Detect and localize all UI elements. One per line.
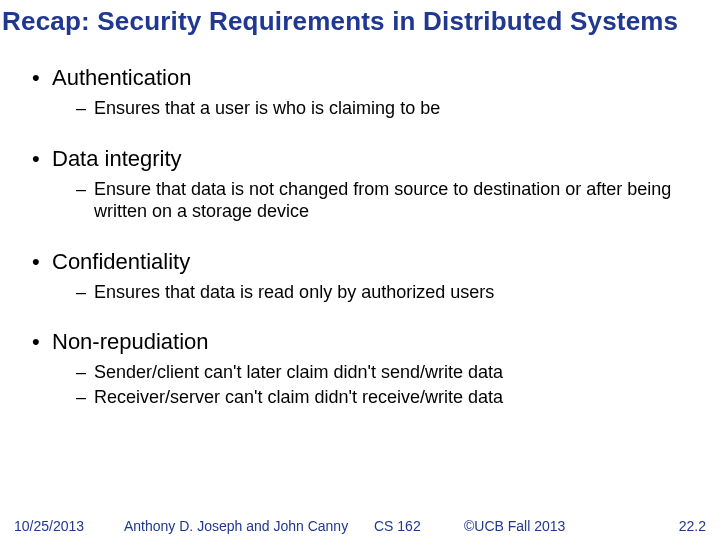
- bullet-non-repudiation: • Non-repudiation: [32, 329, 700, 355]
- list-item: • Data integrity – Ensure that data is n…: [32, 146, 700, 223]
- sub-list: – Ensure that data is not changed from s…: [76, 178, 700, 223]
- footer-authors: Anthony D. Joseph and John Canny: [124, 518, 374, 534]
- sub-list: – Sender/client can't later claim didn't…: [76, 361, 700, 408]
- list-item: • Confidentiality – Ensures that data is…: [32, 249, 700, 304]
- slide-footer: 10/25/2013 Anthony D. Joseph and John Ca…: [0, 518, 720, 534]
- slide-content: • Authentication – Ensures that a user i…: [0, 37, 720, 408]
- dash-icon: –: [76, 97, 94, 120]
- dash-icon: –: [76, 386, 94, 409]
- sub-item: – Ensures that data is read only by auth…: [76, 281, 700, 304]
- sub-item: – Ensures that a user is who is claiming…: [76, 97, 700, 120]
- bullet-label: Authentication: [52, 65, 191, 91]
- bullet-confidentiality: • Confidentiality: [32, 249, 700, 275]
- bullet-dot-icon: •: [32, 329, 52, 355]
- slide-title: Recap: Security Requirements in Distribu…: [0, 0, 720, 37]
- dash-icon: –: [76, 281, 94, 304]
- sub-text: Ensures that data is read only by author…: [94, 281, 494, 304]
- dash-icon: –: [76, 178, 94, 201]
- bullet-label: Confidentiality: [52, 249, 190, 275]
- sub-text: Receiver/server can't claim didn't recei…: [94, 386, 503, 409]
- bullet-dot-icon: •: [32, 146, 52, 172]
- footer-date: 10/25/2013: [14, 518, 124, 534]
- bullet-dot-icon: •: [32, 249, 52, 275]
- bullet-label: Non-repudiation: [52, 329, 209, 355]
- slide: Recap: Security Requirements in Distribu…: [0, 0, 720, 540]
- bullet-dot-icon: •: [32, 65, 52, 91]
- bullet-data-integrity: • Data integrity: [32, 146, 700, 172]
- sub-text: Sender/client can't later claim didn't s…: [94, 361, 503, 384]
- list-item: • Non-repudiation – Sender/client can't …: [32, 329, 700, 408]
- sub-text: Ensures that a user is who is claiming t…: [94, 97, 440, 120]
- footer-copyright: ©UCB Fall 2013: [464, 518, 614, 534]
- sub-item: – Ensure that data is not changed from s…: [76, 178, 700, 223]
- sub-text: Ensure that data is not changed from sou…: [94, 178, 700, 223]
- list-item: • Authentication – Ensures that a user i…: [32, 65, 700, 120]
- bullet-authentication: • Authentication: [32, 65, 700, 91]
- bullet-label: Data integrity: [52, 146, 182, 172]
- sub-item: – Sender/client can't later claim didn't…: [76, 361, 700, 384]
- sub-list: – Ensures that a user is who is claiming…: [76, 97, 700, 120]
- footer-page: 22.2: [614, 518, 706, 534]
- sub-item: – Receiver/server can't claim didn't rec…: [76, 386, 700, 409]
- footer-course: CS 162: [374, 518, 464, 534]
- dash-icon: –: [76, 361, 94, 384]
- sub-list: – Ensures that data is read only by auth…: [76, 281, 700, 304]
